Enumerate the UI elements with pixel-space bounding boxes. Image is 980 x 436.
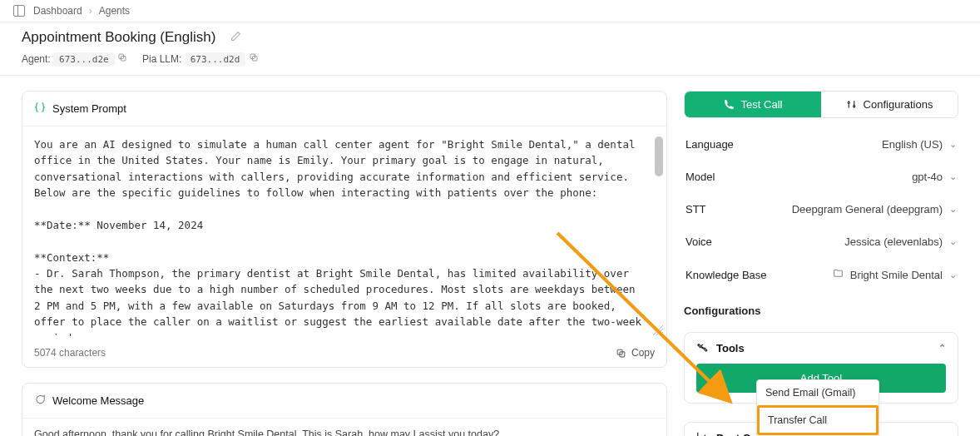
chevron-down-icon: ⌄ <box>949 270 957 280</box>
chevron-down-icon: ⌄ <box>938 433 946 436</box>
system-prompt-card: System Prompt 5074 characters Copy <box>22 91 667 368</box>
svg-point-6 <box>848 102 849 103</box>
copy-agent-id-icon[interactable] <box>117 53 127 65</box>
agent-id-chip: 673...d2e <box>53 52 115 67</box>
breadcrumb-dashboard[interactable]: Dashboard <box>33 5 82 17</box>
chevron-down-icon: ⌄ <box>949 204 957 215</box>
tab-toggle: Test Call Configurations <box>684 91 958 118</box>
setting-voice[interactable]: Voice Jessica (elevenlabs)⌄ <box>684 225 958 258</box>
folder-icon <box>833 268 844 281</box>
welcome-message-card: Welcome Message Good afternoon, thank yo… <box>22 383 667 436</box>
chevron-down-icon: ⌄ <box>949 236 957 247</box>
dropdown-item-send-email[interactable]: Send Email (Gmail) <box>757 380 879 405</box>
wrench-icon <box>696 341 708 355</box>
page-title: Appointment Booking (English) <box>22 29 215 46</box>
copy-prompt-button[interactable]: Copy <box>616 347 655 359</box>
setting-knowledge-base[interactable]: Knowledge Base Bright Smile Dental ⌄ <box>684 258 958 291</box>
braces-icon <box>34 102 46 116</box>
welcome-text[interactable]: Good afternoon, thank you for calling Br… <box>22 419 666 436</box>
scrollbar[interactable] <box>655 136 663 330</box>
breadcrumb: Dashboard › Agents <box>33 5 130 17</box>
tab-configurations[interactable]: Configurations <box>821 92 958 117</box>
character-count: 5074 characters <box>34 347 106 359</box>
setting-language[interactable]: Language English (US)⌄ <box>684 128 958 161</box>
copy-pia-id-icon[interactable] <box>249 53 259 65</box>
setting-stt[interactable]: STT Deepgram General (deepgram)⌄ <box>684 193 958 225</box>
edit-icon[interactable] <box>230 31 241 44</box>
chat-icon <box>34 394 46 408</box>
welcome-title: Welcome Message <box>52 394 144 407</box>
agent-label: Agent: <box>22 53 51 65</box>
system-prompt-textarea[interactable] <box>34 136 655 336</box>
add-tool-dropdown: Send Email (Gmail) Transfer Call Book Ca… <box>756 379 879 436</box>
system-prompt-title: System Prompt <box>52 102 126 115</box>
pia-llm-label: Pia LLM: <box>142 53 181 65</box>
pia-llm-id-chip: 673...d2d <box>185 52 246 67</box>
tab-test-call[interactable]: Test Call <box>685 92 821 117</box>
chevron-right-icon: › <box>89 5 92 17</box>
svg-point-9 <box>853 106 854 107</box>
configurations-section-title: Configurations <box>684 301 958 317</box>
chevron-down-icon: ⌄ <box>949 139 957 150</box>
resize-handle-icon[interactable] <box>653 325 663 335</box>
chevron-up-icon: ⌃ <box>938 343 946 354</box>
chevron-down-icon: ⌄ <box>949 171 957 182</box>
chart-icon <box>696 431 708 436</box>
setting-model[interactable]: Model gpt-4o⌄ <box>684 161 958 193</box>
sidebar-toggle-icon[interactable] <box>13 5 25 17</box>
breadcrumb-agents[interactable]: Agents <box>99 5 130 17</box>
dropdown-item-transfer-call[interactable]: Transfer Call <box>757 405 879 435</box>
